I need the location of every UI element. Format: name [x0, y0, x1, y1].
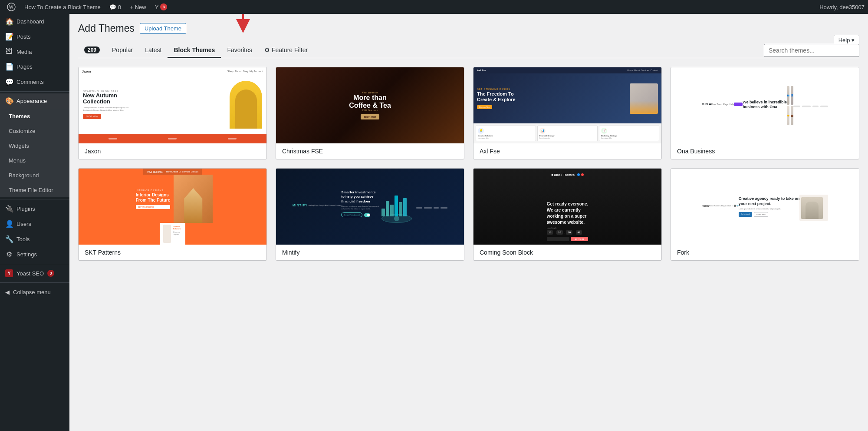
sidebar-item-plugins[interactable]: 🔌 Plugins: [0, 201, 69, 216]
sidebar-item-label: Dashboard: [16, 18, 44, 25]
theme-name-coming-soon: Coming Soon Block: [473, 245, 661, 260]
media-icon: 🖼: [5, 48, 13, 56]
sidebar-item-label: Posts: [16, 33, 31, 40]
theme-card-coming-soon[interactable]: ■ Block Themes Get ready everyone.We are…: [473, 168, 662, 261]
sidebar-item-tools[interactable]: 🔧 Tools: [0, 232, 69, 247]
adminbar-right: Howdy, dee35007: [819, 4, 865, 10]
theme-card-jaxon[interactable]: Jaxon Shop About Blog My Account STARTIN…: [78, 67, 267, 159]
sidebar-item-dashboard[interactable]: 🏠 Dashboard: [0, 14, 69, 29]
sidebar-item-customize[interactable]: Customize: [0, 123, 69, 138]
tab-count[interactable]: 209: [78, 43, 106, 58]
theme-preview-mintify: MINTIFY Landing Page Google Ads Courses …: [276, 169, 464, 245]
tab-feature-filter[interactable]: ⚙ Feature Filter: [258, 43, 314, 58]
theme-name-jaxon: Jaxon: [79, 143, 266, 159]
posts-icon: 📝: [5, 33, 13, 41]
pages-icon: 📄: [5, 63, 13, 71]
themes-grid: Jaxon Shop About Blog My Account STARTIN…: [78, 67, 859, 261]
theme-name-skt: SKT Patterns: [79, 245, 266, 260]
theme-preview-fork: FORK Home Patterns Blog Contact ♡ 📱 🐦 Cr…: [671, 169, 859, 245]
theme-preview-ona: O N A Plan Team Page Help We believe in …: [671, 67, 859, 143]
theme-name-fork: Fork: [671, 245, 859, 260]
settings-icon: ⚙: [5, 250, 13, 259]
main-content: Help ▾ Add Themes Upload Theme 209 Popul: [69, 14, 868, 431]
theme-preview-jaxon: Jaxon Shop About Blog My Account STARTIN…: [79, 67, 266, 143]
christmas-inner: Feel the taste More thanCoffee & Tea 25%…: [349, 91, 391, 119]
collapse-menu-button[interactable]: ◀ Collapse menu: [0, 285, 69, 299]
sidebar-item-themes[interactable]: Themes: [0, 109, 69, 123]
sidebar-item-menus[interactable]: Menus: [0, 153, 69, 168]
yoast-icon: Y: [5, 269, 13, 277]
theme-preview-axl: Axl Fse Home About Services Contact Get …: [473, 67, 661, 143]
sidebar-item-label: Plugins: [16, 206, 35, 212]
sidebar-item-label: Settings: [16, 251, 37, 258]
tab-count-badge: 209: [84, 46, 100, 53]
theme-card-mintify[interactable]: MINTIFY Landing Page Google Ads Courses …: [276, 168, 464, 261]
svg-text:W: W: [9, 5, 13, 10]
search-container: [764, 44, 859, 57]
collapse-label: Collapse menu: [13, 289, 51, 295]
adminbar-comments[interactable]: 💬 0: [106, 0, 125, 14]
search-input[interactable]: [764, 44, 859, 57]
sidebar-item-posts[interactable]: 📝 Posts: [0, 29, 69, 44]
sidebar-item-label: Pages: [16, 63, 33, 70]
sidebar-item-appearance[interactable]: 🎨 Appearance: [0, 93, 69, 109]
sidebar-item-label: Appearance: [16, 98, 47, 104]
sidebar-item-label: Tools: [16, 236, 30, 242]
adminbar-site-name[interactable]: How To Create a Block Theme: [21, 0, 104, 14]
theme-card-fork[interactable]: FORK Home Patterns Blog Contact ♡ 📱 🐦 Cr…: [671, 168, 859, 261]
jaxon-nav: Jaxon Shop About Blog My Account: [79, 67, 266, 75]
adminbar-yoast[interactable]: Y 3: [151, 0, 171, 14]
sidebar-item-media[interactable]: 🖼 Media: [0, 44, 69, 59]
dashboard-icon: 🏠: [5, 17, 13, 26]
tools-icon: 🔧: [5, 235, 13, 243]
tab-favorites[interactable]: Favorites: [221, 43, 258, 58]
sidebar-item-theme-file-editor[interactable]: Theme File Editor: [0, 182, 69, 197]
sidebar-item-pages[interactable]: 📄 Pages: [0, 59, 69, 74]
plugins-icon: 🔌: [5, 205, 13, 213]
theme-card-ona-business[interactable]: O N A Plan Team Page Help We believe in …: [671, 67, 859, 159]
adminbar-wp-logo[interactable]: W: [3, 0, 19, 14]
sidebar-item-label: Comments: [16, 79, 44, 85]
sidebar-item-background[interactable]: Background: [0, 168, 69, 182]
theme-preview-christmas: Feel the taste More thanCoffee & Tea 25%…: [276, 67, 464, 143]
sidebar-item-users[interactable]: 👤 Users: [0, 216, 69, 232]
sidebar-item-label: Themes: [9, 113, 30, 119]
theme-name-christmas: Christmas FSE: [276, 143, 464, 159]
annotation-arrow: [217, 14, 269, 35]
page-header: Add Themes Upload Theme: [78, 23, 859, 34]
upload-theme-button[interactable]: Upload Theme: [140, 23, 186, 34]
yoast-badge: 3: [160, 3, 167, 10]
sidebar-item-label: Users: [16, 221, 31, 227]
tab-popular[interactable]: Popular: [106, 43, 139, 58]
sidebar-item-yoast-seo[interactable]: Y Yoast SEO 3: [0, 266, 69, 281]
theme-preview-coming-soon: ■ Block Themes Get ready everyone.We are…: [473, 169, 661, 245]
theme-card-christmas-fse[interactable]: Feel the taste More thanCoffee & Tea 25%…: [276, 67, 464, 159]
sidebar-item-settings[interactable]: ⚙ Settings: [0, 247, 69, 262]
theme-preview-skt: PATTERNS Home About Us Services Contact …: [79, 169, 266, 245]
adminbar-new[interactable]: + New: [126, 0, 150, 14]
page-title: Add Themes: [78, 23, 135, 34]
tab-latest[interactable]: Latest: [139, 43, 168, 58]
users-icon: 👤: [5, 220, 13, 228]
theme-card-skt-patterns[interactable]: PATTERNS Home About Us Services Contact …: [78, 168, 267, 261]
yoast-sidebar-badge: 3: [47, 270, 54, 277]
sidebar-item-label: Customize: [9, 128, 35, 134]
theme-name-ona: Ona Business: [671, 143, 859, 159]
tab-block-themes[interactable]: Block Themes: [168, 43, 221, 58]
theme-name-axl: Axl Fse: [473, 143, 661, 159]
sidebar: 🏠 Dashboard 📝 Posts 🖼 Media 📄 Pages 💬 Co…: [0, 14, 69, 431]
sidebar-item-widgets[interactable]: Widgets: [0, 138, 69, 153]
theme-card-axl-fse[interactable]: Axl Fse Home About Services Contact Get …: [473, 67, 662, 159]
sidebar-item-label: Theme File Editor: [9, 187, 53, 193]
sidebar-item-comments[interactable]: 💬 Comments: [0, 74, 69, 90]
sidebar-item-label: Menus: [9, 157, 26, 164]
comments-icon: 💬: [5, 78, 13, 86]
sidebar-item-label: Yoast SEO: [16, 270, 44, 277]
sidebar-item-label: Media: [16, 49, 32, 55]
tabs-bar: 209 Popular Latest Block Themes Favorite…: [78, 43, 859, 58]
admin-bar: W How To Create a Block Theme 💬 0 + New …: [0, 0, 868, 14]
collapse-icon: ◀: [5, 289, 10, 295]
appearance-icon: 🎨: [5, 97, 13, 105]
sidebar-item-label: Background: [9, 172, 39, 179]
sidebar-item-label: Widgets: [9, 143, 29, 149]
